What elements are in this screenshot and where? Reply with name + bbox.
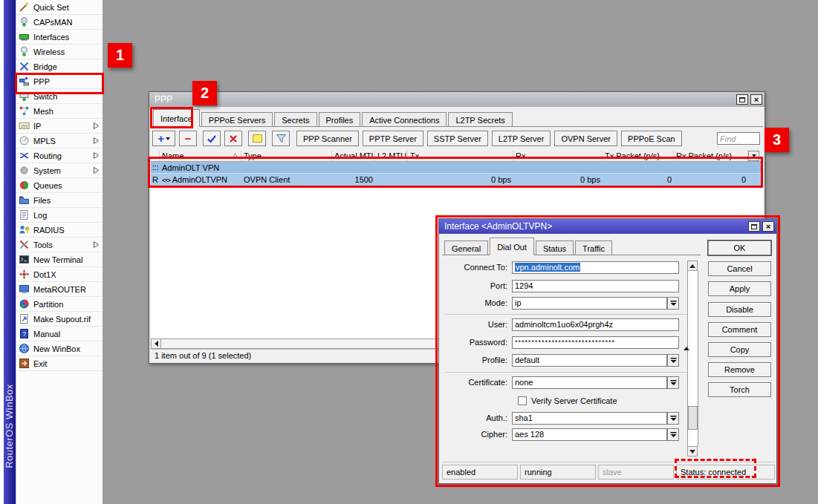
- quick-set-icon: [19, 1, 30, 13]
- new-winbox-icon: [19, 343, 30, 354]
- submenu-arrow-icon: [93, 240, 100, 249]
- submenu-arrow-icon: [93, 122, 100, 130]
- sidebar-item-label: Queues: [33, 181, 62, 190]
- svg-text:255: 255: [20, 124, 28, 128]
- find-input[interactable]: [717, 132, 760, 145]
- sidebar-item-label: Manual: [33, 330, 60, 338]
- enable-button[interactable]: [203, 131, 221, 146]
- sidebar-item-label: Log: [33, 211, 47, 220]
- sidebar-item-label: RADIUS: [33, 226, 65, 235]
- add-button[interactable]: +: [152, 131, 175, 146]
- sidebar-item-queues[interactable]: Queues: [16, 178, 103, 193]
- sidebar-item-mpls[interactable]: MPLS: [16, 134, 103, 148]
- ovpn-server-button[interactable]: OVPN Server: [554, 131, 617, 146]
- annotation-status-connected-box: [675, 459, 756, 478]
- sidebar-item-capsman[interactable]: CAPsMAN: [16, 15, 103, 30]
- add-icon: +: [158, 133, 164, 144]
- sidebar-item-system[interactable]: System: [16, 163, 103, 178]
- make-supout-icon: [19, 313, 30, 324]
- sidebar-item-quick-set[interactable]: Quick Set: [16, 0, 103, 15]
- sidebar-item-label: MetaROUTER: [33, 285, 86, 294]
- submenu-arrow-icon: [93, 151, 100, 160]
- ppp-tabstrip: Interface PPPoE Servers Secrets Profiles…: [151, 108, 763, 127]
- bridge-icon: [19, 61, 30, 72]
- sidebar-item-routing[interactable]: Routing: [16, 148, 103, 163]
- maximize-icon: [739, 97, 745, 102]
- sidebar-item-partition[interactable]: Partition: [16, 297, 103, 312]
- sidebar-item-wireless[interactable]: Wireless: [16, 45, 103, 59]
- sidebar-item-interfaces[interactable]: Interfaces: [16, 30, 103, 45]
- sidebar-item-dot1x[interactable]: Dot1X: [16, 267, 103, 282]
- metarouter-icon: [19, 284, 30, 295]
- sstp-server-button[interactable]: SSTP Server: [427, 131, 488, 146]
- sidebar-item-label: Mesh: [33, 107, 53, 116]
- filter-button[interactable]: [272, 131, 290, 146]
- comment-button[interactable]: [248, 131, 266, 146]
- sidebar-item-label: System: [33, 166, 61, 175]
- sidebar-item-log[interactable]: Log: [16, 208, 103, 223]
- sidebar-item-bridge[interactable]: Bridge: [16, 59, 103, 74]
- annotation-interface-tab-box: [150, 107, 193, 128]
- manual-icon: ?: [19, 328, 30, 339]
- partition-icon: [19, 298, 30, 310]
- mpls-icon: [19, 135, 30, 146]
- filter-funnel-icon: [276, 134, 287, 143]
- annotation-ppp-menu-box: [15, 73, 104, 94]
- tab-profiles[interactable]: Profiles: [319, 112, 361, 126]
- queues-icon: [19, 180, 30, 191]
- close-icon: ×: [754, 96, 759, 104]
- ppp-scanner-button[interactable]: PPP Scanner: [296, 131, 359, 146]
- wireless-icon: [19, 46, 30, 57]
- sidebar-item-label: Dot1X: [33, 270, 56, 279]
- tab-secrets[interactable]: Secrets: [274, 112, 317, 126]
- remove-icon: −: [185, 133, 192, 144]
- sidebar-item-label: New WinBox: [33, 344, 80, 353]
- pppoe-scan-button[interactable]: PPPoE Scan: [621, 131, 682, 146]
- ppp-window-title: PPP: [155, 94, 734, 105]
- exit-icon: [19, 358, 30, 369]
- sidebar-item-label: Partition: [33, 300, 63, 309]
- sidebar-item-new-terminal[interactable]: New Terminal: [16, 252, 103, 267]
- sidebar-item-label: Quick Set: [33, 3, 69, 12]
- disable-button[interactable]: [224, 131, 242, 146]
- l2tp-server-button[interactable]: L2TP Server: [492, 131, 551, 146]
- sidebar-item-label: Routing: [33, 151, 62, 160]
- sidebar-item-label: New Terminal: [33, 255, 82, 264]
- sidebar-item-radius[interactable]: RADIUS: [16, 223, 103, 238]
- ppp-window-titlebar[interactable]: PPP ×: [149, 92, 765, 107]
- sidebar-item-label: Tools: [33, 240, 53, 249]
- radius-icon: [19, 224, 30, 235]
- routing-icon: [19, 150, 30, 161]
- sidebar-item-new-winbox[interactable]: New WinBox: [16, 341, 103, 356]
- dot1x-icon: [19, 269, 30, 280]
- sidebar-item-mesh[interactable]: Mesh: [16, 104, 103, 119]
- sidebar-item-label: Bridge: [33, 62, 57, 71]
- item-count-status: 1 item out of 9 (1 selected): [155, 351, 251, 360]
- capsman-icon: [19, 16, 30, 27]
- scroll-left-button[interactable]: [151, 338, 161, 349]
- sidebar-item-metarouter[interactable]: MetaROUTER: [16, 282, 103, 297]
- maximize-button[interactable]: [736, 94, 748, 105]
- system-icon: [19, 165, 30, 176]
- step-badge-1: 1: [108, 43, 132, 68]
- sidebar-item-label: MPLS: [33, 137, 56, 145]
- close-button[interactable]: ×: [750, 94, 762, 105]
- sidebar-item-tools[interactable]: Tools: [16, 238, 103, 252]
- sidebar-item-files[interactable]: Files: [16, 193, 103, 208]
- chevron-down-icon: [166, 137, 170, 140]
- arrow-left-icon: [155, 341, 158, 347]
- sidebar-item-exit[interactable]: Exit: [16, 356, 103, 371]
- tab-active-connections[interactable]: Active Connections: [362, 112, 447, 126]
- files-icon: [19, 194, 30, 206]
- tab-l2tp-secrets[interactable]: L2TP Secrets: [448, 112, 512, 126]
- sidebar-item-manual[interactable]: ? Manual: [16, 327, 103, 341]
- sidebar-item-label: CAPsMAN: [33, 18, 73, 27]
- annotation-dialog-box: [435, 215, 780, 487]
- submenu-arrow-icon: [93, 166, 100, 174]
- sidebar-item-ip[interactable]: 255 IP: [16, 119, 103, 134]
- remove-button[interactable]: −: [179, 131, 197, 146]
- pptp-server-button[interactable]: PPTP Server: [363, 131, 423, 146]
- sidebar-item-make-supout[interactable]: Make Supout.rif: [16, 312, 103, 327]
- annotation-rows-box: [148, 157, 763, 188]
- tab-pppoe-servers[interactable]: PPPoE Servers: [201, 112, 273, 126]
